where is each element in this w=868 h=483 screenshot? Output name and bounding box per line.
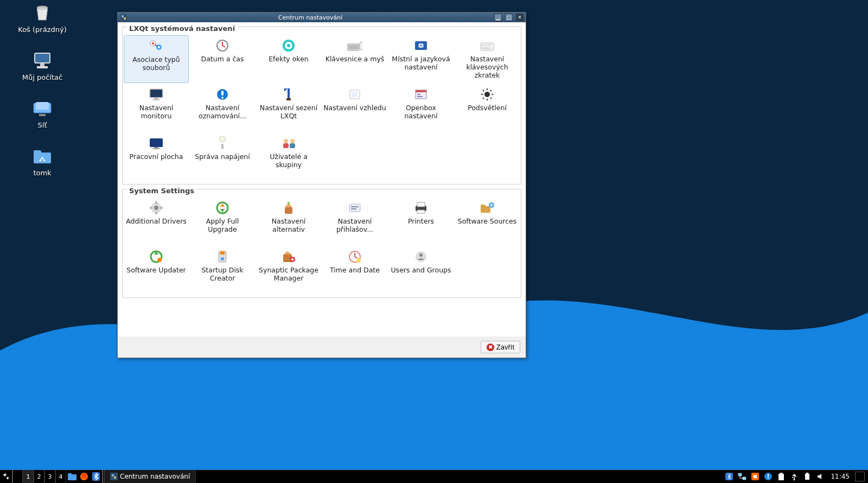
tray-removable[interactable] [789,472,799,481]
svg-point-108 [794,479,795,481]
settings-grid-1: Asociace typů souborůDatum a časEfekty o… [124,35,520,181]
tray-updates[interactable] [750,472,760,481]
svg-point-85 [221,257,224,260]
settings-item-session[interactable]: Nastavení sezení LXQt [256,84,321,132]
window-close-button[interactable]: ✕ [516,14,524,21]
backlight-icon [480,87,495,101]
svg-rect-32 [155,98,158,99]
taskbar-right: ! 11:45 [724,470,868,483]
settings-item-win-effects[interactable]: Efekty oken [256,35,321,83]
svg-point-64 [154,206,158,210]
workspace-button-3[interactable]: 3 [44,470,55,483]
svg-point-23 [359,42,362,50]
svg-rect-7 [39,114,46,116]
window-maximize-button[interactable]: ▢ [505,14,513,21]
svg-point-91 [419,253,423,257]
firefox-icon [80,472,88,481]
close-dialog-button[interactable]: ✖ Zavřít [481,341,520,353]
settings-item-kb-mouse[interactable]: Klávesnice a myš [322,35,387,83]
settings-item-appearance[interactable]: Nastavení vzhledu [322,84,387,132]
settings-item-startup-disk[interactable]: Startup Disk Creator [190,246,255,294]
desktop-icon-computer[interactable]: Můj počítač [10,51,75,81]
notifications-icon [215,87,230,101]
svg-rect-11 [120,14,127,21]
settings-item-file-assoc[interactable]: Asociace typů souborů [124,35,189,83]
settings-item-time-date[interactable]: Time and Date [322,246,387,294]
settings-item-users-groups-sys[interactable]: Users and Groups [388,246,454,294]
settings-item-shortcuts[interactable]: Nastavení klávesových zkratek [455,35,520,83]
desktop-icon-label: tomk [33,169,51,177]
svg-rect-4 [37,66,48,68]
settings-item-monitor[interactable]: Nastavení monitoru [124,84,189,132]
settings-item-notifications[interactable]: Nastavení oznamování... [190,84,255,132]
taskbar-clock[interactable]: 11:45 [828,473,852,480]
taskbar-task-settings[interactable]: Centrum nastavování [104,470,196,483]
tray-clipboard[interactable] [776,472,786,481]
software-updater-icon [149,250,164,264]
startup-disk-icon [215,250,230,264]
window-minimize-button[interactable]: ▁ [494,14,502,21]
settings-item-additional-drivers[interactable]: Additional Drivers [124,198,189,245]
settings-item-printers[interactable]: Printers [388,198,454,245]
settings-item-date-time[interactable]: Datum a čas [190,35,255,83]
settings-item-locale[interactable]: Místní a jazyková nastavení [388,35,454,83]
settings-item-label: Nastavení klávesových zkratek [456,55,519,79]
settings-item-login-settings[interactable]: Nastavení přihlašov... [322,198,387,245]
start-menu-button[interactable] [0,470,12,483]
trash-icon [30,3,54,23]
settings-item-power[interactable]: Správa napájení [190,133,255,181]
show-desktop-button[interactable] [855,472,865,481]
desktop: Koš (prázdný) Můj počítač Síť tomk [0,0,868,483]
workspace-button-4[interactable]: 4 [55,470,66,483]
quicklaunch-browser[interactable] [78,470,90,483]
bluetooth-icon [92,472,100,481]
tray-battery[interactable] [802,472,812,481]
settings-item-backlight[interactable]: Podsvětlení [455,84,520,132]
desktop-icon-home[interactable]: tomk [10,147,75,177]
settings-item-software-updater[interactable]: Software Updater [124,246,189,294]
svg-point-59 [284,139,288,143]
workspace-button-1[interactable]: 1 [23,470,34,483]
time-date-icon [347,250,362,264]
tray-network[interactable] [737,472,747,481]
settings-item-users-groups[interactable]: Uživatelé a skupiny [256,133,321,181]
svg-rect-40 [352,92,358,97]
settings-item-label: Nastavení oznamování... [191,104,254,120]
taskbar-left: 1 2 3 4 [0,470,196,483]
settings-item-desktop[interactable]: Pracovní plocha [124,133,189,181]
settings-item-alternatives[interactable]: Nastavení alternativ [256,198,321,245]
svg-rect-44 [417,96,423,97]
settings-item-label: Nastavení alternativ [257,217,320,233]
settings-item-openbox[interactable]: Openbox nastavení [388,84,454,132]
settings-item-label: Efekty oken [269,55,309,63]
svg-rect-3 [40,63,44,66]
network-icon [738,473,746,480]
home-folder-icon [30,147,54,166]
svg-rect-9 [34,150,41,155]
settings-item-label: Nastavení sezení LXQt [257,104,320,120]
power-icon [215,136,230,150]
settings-item-synaptic[interactable]: Synaptic Package Manager [256,246,321,294]
svg-rect-62 [290,143,295,148]
usb-icon [790,473,798,480]
settings-item-label: Apply Full Upgrade [191,217,254,233]
workspace-button-2[interactable]: 2 [34,470,44,483]
desktop-icon-trash[interactable]: Koš (prázdný) [10,3,75,34]
tray-bluetooth[interactable] [724,472,734,481]
settings-item-software-sources[interactable]: Software Sources [455,198,520,245]
settings-item-label: Startup Disk Creator [191,266,254,282]
desktop-icon-network[interactable]: Síť [10,99,75,129]
tray-info[interactable]: ! [763,472,773,481]
svg-line-51 [490,98,492,99]
tray-volume[interactable] [815,472,825,481]
quicklaunch-bluetooth[interactable] [90,470,102,483]
svg-rect-6 [36,102,49,110]
svg-rect-56 [152,148,160,149]
settings-item-full-upgrade[interactable]: Apply Full Upgrade [190,198,255,245]
group-label: LXQt systémová nastavení [127,24,237,33]
quicklaunch-files[interactable] [66,470,78,483]
svg-rect-72 [349,204,360,212]
svg-point-61 [290,139,295,143]
window-titlebar[interactable]: Centrum nastavování ▁ ▢ ✕ [118,12,526,22]
svg-rect-27 [482,44,484,46]
